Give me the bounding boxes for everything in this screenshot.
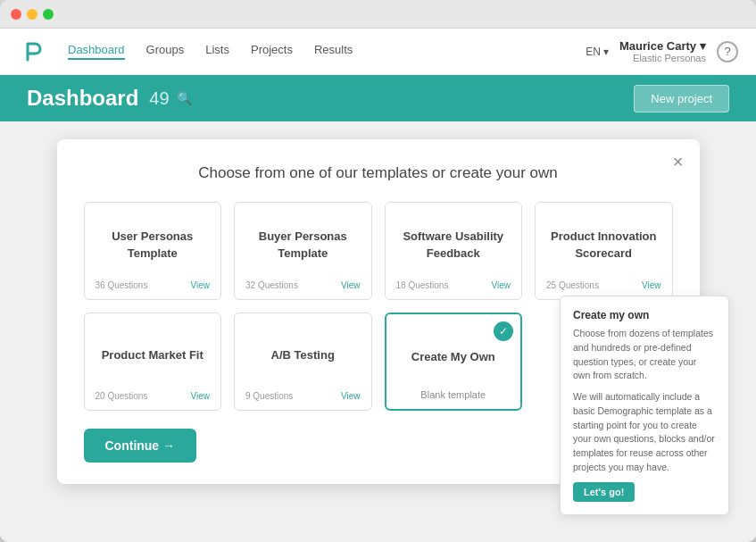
user-name-display[interactable]: Maurice Carty ▾ [619,39,706,53]
view-button[interactable]: View [191,391,211,401]
card-title: Buyer Personas Template [245,217,361,273]
maximize-dot[interactable] [43,9,54,20]
nav-dashboard[interactable]: Dashboard [68,43,125,60]
nav-lists[interactable]: Lists [205,43,229,60]
new-project-button[interactable]: New project [634,85,729,113]
selected-check-icon: ✓ [494,321,513,341]
templates-row-1: User Personas Template 36 Questions View… [84,202,673,300]
question-count: 18 Questions [396,280,449,290]
lang-selector[interactable]: EN ▾ [586,46,609,58]
nav-results[interactable]: Results [314,43,353,60]
view-button[interactable]: View [341,391,361,401]
template-card-buyer-personas[interactable]: Buyer Personas Template 32 Questions Vie… [234,202,372,300]
create-own-panel-title: Create my own [573,309,716,321]
card-title: Software Usability Feedback [396,217,511,273]
card-title: A/B Testing [245,328,361,384]
card-title: Product Market Fit [96,328,211,384]
card-title: User Personas Template [96,217,211,273]
card-footer: 25 Questions View [546,280,661,290]
help-button[interactable]: ? [717,41,738,63]
header-banner: Dashboard 49 🔍 New project [0,75,756,121]
user-chevron: ▾ [700,39,706,53]
card-footer: 20 Questions View [96,391,211,401]
dashboard-title: Dashboard [27,86,138,111]
question-count: 32 Questions [245,280,298,290]
template-card-product-innovation[interactable]: Product Innovation Scorecard 25 Question… [535,202,673,300]
template-card-product-market-fit[interactable]: Product Market Fit 20 Questions View [84,313,222,411]
card-title: Product Innovation Scorecard [546,217,661,273]
main-content: × Choose from one of our templates or cr… [0,121,756,542]
template-card-create-own[interactable]: ✓ Create My Own Blank template [385,313,523,411]
template-card-ab-testing[interactable]: A/B Testing 9 Questions View [234,313,372,411]
close-dot[interactable] [11,9,21,20]
browser-window: Dashboard Groups Lists Projects Results … [0,0,756,542]
question-count: 20 Questions [96,391,148,401]
nav-links: Dashboard Groups Lists Projects Results [68,43,586,60]
create-own-panel: Create my own Choose from dozens of temp… [560,296,729,515]
card-footer: 32 Questions View [245,280,361,290]
view-button[interactable]: View [341,280,361,290]
nav-groups[interactable]: Groups [146,43,185,60]
lets-go-button[interactable]: Let's go! [573,482,635,502]
template-card-software-usability[interactable]: Software Usability Feedback 18 Questions… [385,202,523,300]
app-container: Dashboard Groups Lists Projects Results … [0,29,756,542]
card-footer: 18 Questions View [396,280,511,290]
card-title: Create My Own [397,329,511,386]
continue-button[interactable]: Continue → [84,429,197,463]
modal-title: Choose from one of our templates or crea… [84,164,673,182]
blank-label: Blank template [397,389,511,400]
modal-close-button[interactable]: × [673,152,684,172]
minimize-dot[interactable] [27,9,37,20]
create-own-text-2: We will automatically include a basic De… [573,390,716,475]
user-info: Maurice Carty ▾ Elastic Personas [619,39,706,63]
nav-right: EN ▾ Maurice Carty ▾ Elastic Personas ? [586,39,738,63]
view-button[interactable]: View [191,280,211,290]
create-own-text-1: Choose from dozens of templates and hund… [573,327,716,383]
nav-bar: Dashboard Groups Lists Projects Results … [0,29,756,75]
app-logo [18,36,50,68]
nav-projects[interactable]: Projects [251,43,293,60]
question-count: 25 Questions [546,280,599,290]
template-card-user-personas[interactable]: User Personas Template 36 Questions View [84,202,222,300]
card-footer: 9 Questions View [245,391,361,401]
view-button[interactable]: View [492,280,511,290]
lang-chevron: ▾ [603,46,609,58]
lang-label: EN [586,46,601,58]
search-icon[interactable]: 🔍 [177,91,192,105]
question-count: 9 Questions [245,391,293,401]
question-count: 36 Questions [96,280,148,290]
user-subtitle: Elastic Personas [633,53,706,63]
view-button[interactable]: View [642,280,661,290]
project-count: 49 [149,88,169,109]
card-footer: 36 Questions View [96,280,211,290]
browser-chrome [0,0,756,29]
